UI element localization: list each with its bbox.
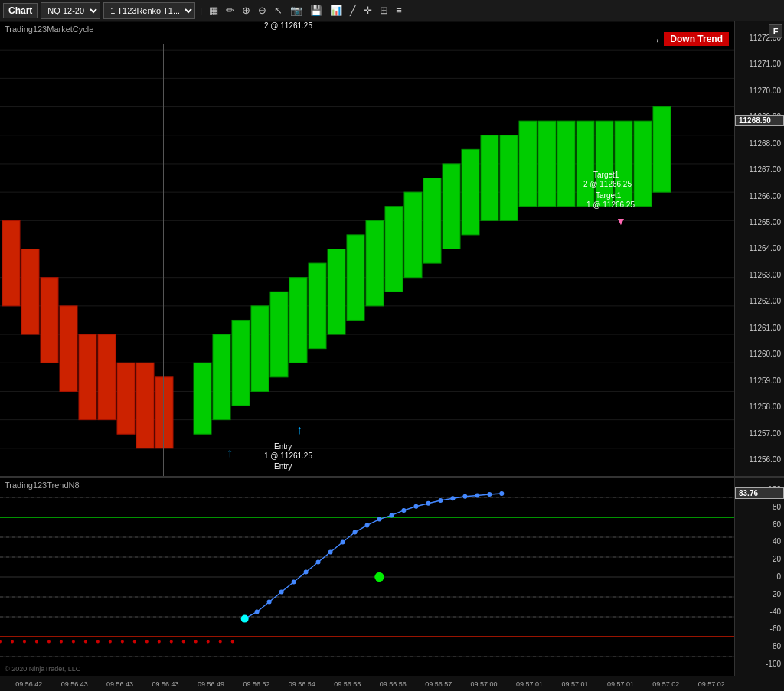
target1-label2: Target1	[596, 191, 621, 200]
ind-value-box: 83.76	[735, 487, 784, 499]
chart-icon[interactable]: 📊	[328, 3, 345, 18]
line-icon[interactable]: ╱	[348, 3, 358, 18]
price-level-16: 11256.00	[735, 447, 784, 473]
ind-level-4: 20	[735, 550, 784, 568]
entry2-qty: 2 @ 11261.25	[264, 21, 312, 30]
save-icon[interactable]: 💾	[308, 3, 325, 18]
time-label-1: 09:56:43	[51, 680, 96, 688]
price-chart: Trading123MarketCycle → F Down Trend 112…	[0, 21, 784, 477]
time-label-12: 09:57:01	[552, 680, 597, 688]
ind-level-7: -40	[735, 603, 784, 621]
entry1-label: Entry	[274, 442, 292, 451]
price-level-12: 11260.00	[735, 341, 784, 367]
price-chart-title: Trading123MarketCycle	[5, 24, 93, 34]
ind-level-5: 0	[735, 568, 784, 585]
toolbar: Chart NQ 12-20 1 T123Renko T1... | ▦ ✏ ⊕…	[0, 0, 784, 21]
down-trend-label: Down Trend	[664, 32, 729, 46]
zoom-out-icon[interactable]: ⊖	[256, 3, 269, 18]
target-arrow: ▼	[616, 215, 626, 227]
current-price-box: 11268.50	[735, 115, 784, 126]
time-label-4: 09:56:49	[188, 680, 234, 688]
price-level-7: 11265.00	[735, 209, 784, 235]
ind-canvas	[0, 478, 734, 676]
time-label-14: 09:57:02	[643, 680, 688, 688]
main-area: Trading123MarketCycle → F Down Trend 112…	[0, 21, 784, 691]
time-label-8: 09:56:56	[371, 680, 416, 688]
ind-level-9: -80	[735, 637, 784, 655]
list-icon[interactable]: ≡	[394, 3, 404, 18]
time-label-15: 09:57:02	[689, 680, 734, 688]
time-label-7: 09:56:55	[325, 680, 370, 688]
entry-arrow: ↑	[296, 423, 302, 437]
time-label-11: 09:57:01	[507, 680, 552, 688]
ind-level-10: -100	[735, 655, 784, 673]
zoom-in-icon[interactable]: ⊕	[240, 3, 253, 18]
time-label-3: 09:56:43	[142, 680, 188, 688]
entry1-qty: 1 @ 11261.25	[264, 451, 312, 460]
price-level-5: 11267.00	[735, 156, 784, 182]
ind-axis: 100806040200-20-40-60-80-100	[734, 478, 784, 676]
ind-level-2: 60	[735, 516, 784, 533]
price-level-14: 11258.00	[735, 394, 784, 420]
symbol-select[interactable]: NQ 12-20	[41, 2, 100, 19]
ind-level-3: 40	[735, 533, 784, 550]
price-level-4: 11268.00	[735, 130, 784, 156]
price-level-11: 11261.00	[735, 315, 784, 341]
ind-level-1: 80	[735, 498, 784, 516]
sep1: |	[200, 6, 202, 15]
time-label-10: 09:57:00	[461, 680, 506, 688]
timeframe-select[interactable]: 1 T123Renko T1...	[103, 2, 195, 19]
price-level-6: 11266.00	[735, 183, 784, 209]
price-level-10: 11262.00	[735, 288, 784, 315]
app: Chart NQ 12-20 1 T123Renko T1... | ▦ ✏ ⊕…	[0, 0, 784, 691]
cross-icon[interactable]: ✛	[361, 3, 374, 18]
price-level-15: 11257.00	[735, 420, 784, 446]
cursor-icon[interactable]: ↖	[272, 3, 285, 18]
price-level-13: 11259.00	[735, 367, 784, 393]
separator-line	[163, 44, 164, 476]
target1-qty1: 2 @ 11266.25	[583, 180, 632, 188]
copyright: © 2020 NinjaTrader, LLC	[5, 665, 80, 673]
time-label-5: 09:56:52	[234, 680, 279, 688]
time-label-6: 09:56:54	[279, 680, 325, 688]
time-label-2: 09:56:43	[97, 680, 142, 688]
target1-label1: Target1	[593, 171, 619, 179]
price-level-1: 11271.00	[735, 51, 784, 77]
price-level-2: 11270.00	[735, 77, 784, 103]
ind-level-6: -20	[735, 585, 784, 603]
pencil-icon[interactable]: ✏	[224, 3, 237, 18]
grid-icon[interactable]: ⊞	[377, 3, 390, 18]
ll-arrow: ↑	[227, 446, 233, 460]
target1-qty2: 1 @ 11266.25	[586, 200, 635, 209]
f-button[interactable]: F	[769, 24, 782, 38]
price-level-8: 11264.00	[735, 236, 784, 262]
chart-label: Chart	[3, 3, 38, 18]
ind-level-8: -60	[735, 621, 784, 638]
indicator-chart: Trading123TrendN8 100806040200-20-40-60-…	[0, 477, 784, 676]
time-label-9: 09:56:57	[416, 680, 461, 688]
arrow-button[interactable]: →	[649, 34, 662, 47]
camera-icon[interactable]: 📷	[288, 3, 305, 18]
entry2-label: Entry	[274, 462, 292, 471]
time-label-13: 09:57:01	[598, 680, 643, 688]
price-level-9: 11263.00	[735, 262, 784, 288]
indicator-chart-title: Trading123TrendN8	[5, 481, 80, 490]
price-canvas	[0, 21, 734, 477]
time-axis: 09:56:4209:56:4309:56:4309:56:4309:56:49…	[0, 676, 784, 691]
bar-chart-icon[interactable]: ▦	[207, 3, 220, 18]
time-label-0: 09:56:42	[6, 680, 51, 688]
price-axis: 11272.0011271.0011270.0011269.0011268.00…	[734, 21, 784, 476]
